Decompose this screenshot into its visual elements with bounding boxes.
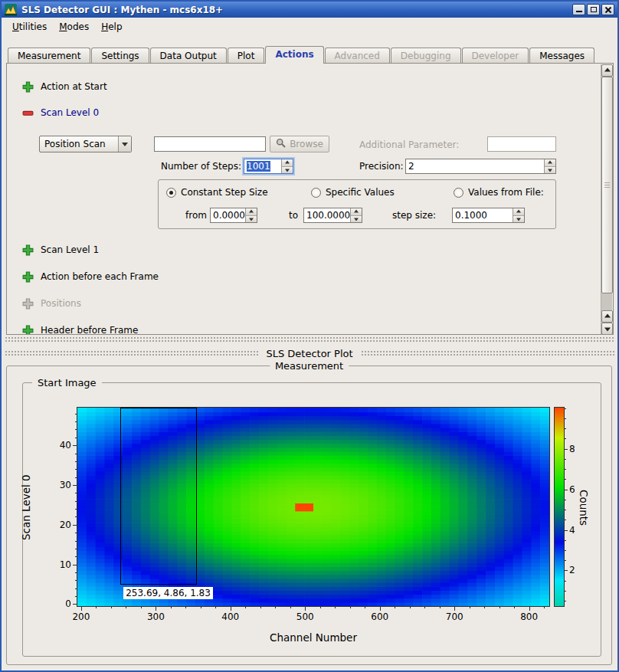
combo-drop-button[interactable] <box>118 136 131 152</box>
radio-indicator <box>166 188 176 198</box>
window-title: SLS Detector GUI : Mythen - mcs6x18+ <box>21 5 223 15</box>
colorbar-minor-tick <box>564 500 566 500</box>
additional-parameter-input[interactable] <box>487 136 556 152</box>
vertical-scrollbar[interactable] <box>601 64 612 335</box>
action-row-positions[interactable]: Positions <box>22 297 81 310</box>
colorbar-title: Counts <box>578 444 590 571</box>
script-file-input[interactable] <box>154 136 266 152</box>
x-minor-tick <box>410 606 411 608</box>
x-minor-tick <box>185 606 186 608</box>
tab-plot[interactable]: Plot <box>228 48 265 63</box>
maximize-button[interactable] <box>587 4 600 15</box>
colorbar-minor-tick <box>564 469 566 470</box>
action-row-scan1[interactable]: Scan Level 1 <box>22 244 99 256</box>
action-row-start[interactable]: Action at Start <box>22 80 107 93</box>
to-spinbox[interactable]: 100.0000 <box>303 208 362 223</box>
x-tick-label: 500 <box>296 611 314 622</box>
tab-developer[interactable]: Developer <box>462 48 529 63</box>
y-minor-tick <box>75 501 77 502</box>
spin-up-button[interactable] <box>351 208 362 216</box>
menu-modes[interactable]: Modes <box>53 19 95 34</box>
spin-down-button[interactable] <box>282 167 293 174</box>
colorbar-minor-tick <box>564 520 566 520</box>
colorbar-minor-tick <box>564 540 566 541</box>
to-value: 100.0000 <box>304 208 350 222</box>
menu-help[interactable]: Help <box>95 19 128 34</box>
expand-plus-icon-disabled[interactable] <box>22 298 34 310</box>
tab-actions[interactable]: Actions <box>265 46 323 64</box>
action-row-before-frame[interactable]: Action before each Frame <box>22 270 159 283</box>
zoom-selection-rect[interactable] <box>120 408 197 585</box>
spin-down-button[interactable] <box>545 167 555 174</box>
from-label: from <box>175 208 207 223</box>
tab-data-output[interactable]: Data Output <box>150 48 227 63</box>
expand-plus-icon[interactable] <box>22 81 34 93</box>
radio-constant-step-size[interactable]: Constant Step Size <box>166 186 268 198</box>
colorbar-canvas <box>555 408 564 606</box>
step-size-spinbox[interactable]: 0.1000 <box>452 208 525 223</box>
tab-debugging[interactable]: Debugging <box>391 48 461 63</box>
scan-mode-value: Position Scan <box>40 139 118 149</box>
tab-measurement[interactable]: Measurement <box>8 48 90 63</box>
y-minor-tick <box>75 533 77 533</box>
y-tick <box>73 565 77 565</box>
tab-messages[interactable]: Messages <box>529 48 594 63</box>
spin-down-button[interactable] <box>513 216 524 223</box>
x-minor-tick <box>260 606 261 608</box>
colorbar-minor-tick <box>564 428 566 429</box>
expand-plus-icon[interactable] <box>22 244 34 256</box>
spin-up-button[interactable] <box>513 208 524 216</box>
close-button[interactable] <box>601 4 614 15</box>
plot-dock-titlebar[interactable]: SLS Detector Plot <box>5 346 614 361</box>
scrollbar-thumb[interactable] <box>601 77 613 293</box>
x-tick-label: 600 <box>371 611 388 622</box>
minimize-button[interactable] <box>572 4 585 15</box>
step-size-label: step size: <box>392 208 436 223</box>
y-minor-tick <box>75 580 77 581</box>
from-value: 0.0000 <box>211 208 245 222</box>
heatmap-plot[interactable]: 253.69, 4.86, 1.83 200300400500600700800… <box>77 407 550 607</box>
spin-down-button[interactable] <box>351 216 362 223</box>
tab-bar: Measurement Settings Data Output Plot Ac… <box>8 45 595 63</box>
tab-settings[interactable]: Settings <box>91 48 149 63</box>
spin-down-button[interactable] <box>246 216 257 223</box>
y-minor-tick <box>75 572 77 573</box>
tab-advanced[interactable]: Advanced <box>325 48 390 63</box>
action-row-label: Action at Start <box>41 81 107 92</box>
colorbar-minor-tick <box>564 550 566 551</box>
radio-specific-values[interactable]: Specific Values <box>311 186 395 198</box>
cursor-readout: 253.69, 4.86, 1.83 <box>123 587 213 599</box>
title-bar[interactable]: SLS Detector GUI : Mythen - mcs6x18+ <box>2 2 617 18</box>
x-minor-tick <box>350 606 351 608</box>
y-tick <box>73 604 77 605</box>
radio-values-from-file[interactable]: Values from File: <box>454 186 544 198</box>
splitter-handle[interactable] <box>5 336 614 343</box>
browse-button[interactable]: Browse <box>270 136 329 152</box>
radio-label: Specific Values <box>326 187 395 198</box>
spin-up-button[interactable] <box>545 159 555 167</box>
num-steps-spinbox[interactable]: 1001 <box>244 159 293 174</box>
radio-indicator <box>454 188 463 198</box>
y-tick-label: 30 <box>60 480 71 490</box>
spin-up-button[interactable] <box>282 159 293 167</box>
colorbar-minor-tick <box>564 581 566 582</box>
scan-mode-select[interactable]: Position Scan <box>39 136 132 152</box>
precision-spinbox[interactable]: 2 <box>405 159 556 174</box>
expand-plus-icon[interactable] <box>22 271 34 283</box>
measurement-group-title: Measurement <box>270 360 349 372</box>
expand-plus-icon[interactable] <box>22 325 34 336</box>
x-minor-tick <box>470 606 470 608</box>
scroll-down-button[interactable] <box>601 323 613 335</box>
action-row-scan0[interactable]: Scan Level 0 <box>22 107 99 119</box>
action-row-header-before-frame[interactable]: Header before Frame <box>22 324 138 335</box>
collapse-minus-icon[interactable] <box>22 107 34 119</box>
scroll-up-button-2[interactable] <box>601 310 613 323</box>
spin-up-button[interactable] <box>246 208 257 216</box>
colorbar-tick <box>564 490 568 490</box>
minimize-icon <box>576 11 582 12</box>
from-spinbox[interactable]: 0.0000 <box>210 208 257 223</box>
x-minor-tick <box>290 606 291 608</box>
menu-utilities[interactable]: Utilities <box>6 19 53 34</box>
scroll-up-button[interactable] <box>601 64 613 77</box>
x-tick-label: 400 <box>221 611 239 622</box>
